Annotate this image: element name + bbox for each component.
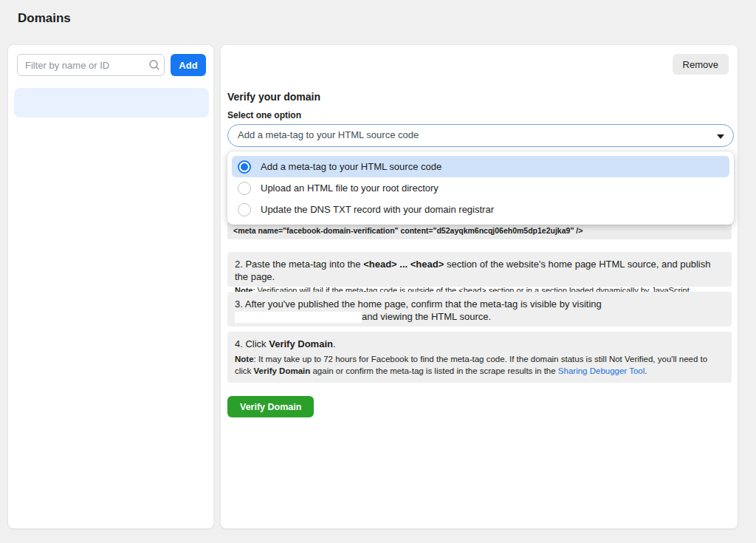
add-button[interactable]: Add: [171, 54, 206, 76]
step-2-text: 2. Paste the meta-tag into the <head> ..…: [235, 258, 724, 283]
search-icon: [148, 59, 160, 71]
page-title: Domains: [18, 11, 71, 26]
verification-method-select[interactable]: Add a meta-tag to your HTML source code: [227, 124, 734, 147]
domains-list-panel: Add: [7, 44, 214, 529]
step-3-confirm-meta-tag: 3. After you've published the home page,…: [227, 292, 732, 327]
sharing-debugger-tool-link[interactable]: Sharing Debugger Tool: [558, 366, 645, 375]
step-4-click-verify: 4. Click Verify Domain. Note: It may tak…: [227, 332, 732, 383]
verify-domain-heading: Verify your domain: [227, 91, 320, 103]
verification-method-dropdown: Add a meta-tag to your HTML source code …: [227, 151, 734, 225]
chevron-down-icon: [717, 134, 724, 139]
select-one-option-label: Select one option: [227, 110, 301, 120]
domain-detail-panel: Remove Verify your domain Select one opt…: [220, 44, 738, 529]
dropdown-option-label: Upload an HTML file to your root directo…: [261, 182, 439, 194]
dropdown-option-meta-tag[interactable]: Add a meta-tag to your HTML source code: [232, 156, 729, 177]
filter-row: Add: [17, 54, 206, 76]
verify-domain-button[interactable]: Verify Domain: [227, 396, 314, 417]
step-3-text: 3. After you've published the home page,…: [235, 298, 724, 323]
domain-list-item-selected[interactable]: [14, 88, 209, 117]
remove-button[interactable]: Remove: [673, 54, 729, 75]
radio-icon[interactable]: [238, 203, 251, 216]
redacted-url: [235, 312, 362, 323]
verification-method-select-value: Add a meta-tag to your HTML source code: [238, 129, 419, 140]
step-2-paste-meta-tag: 2. Paste the meta-tag into the <head> ..…: [227, 252, 732, 287]
filter-input[interactable]: [17, 54, 165, 76]
dropdown-option-label: Update the DNS TXT record with your doma…: [261, 204, 494, 215]
radio-icon[interactable]: [238, 160, 251, 174]
step-4-text: 4. Click Verify Domain.: [235, 338, 724, 350]
step-4-note: Note: It may take up to 72 hours for Fac…: [235, 353, 724, 377]
dropdown-option-dns-txt[interactable]: Update the DNS TXT record with your doma…: [232, 199, 729, 220]
dropdown-option-label: Add a meta-tag to your HTML source code: [261, 161, 441, 172]
dropdown-option-html-file[interactable]: Upload an HTML file to your root directo…: [232, 177, 729, 199]
radio-icon[interactable]: [238, 182, 251, 195]
